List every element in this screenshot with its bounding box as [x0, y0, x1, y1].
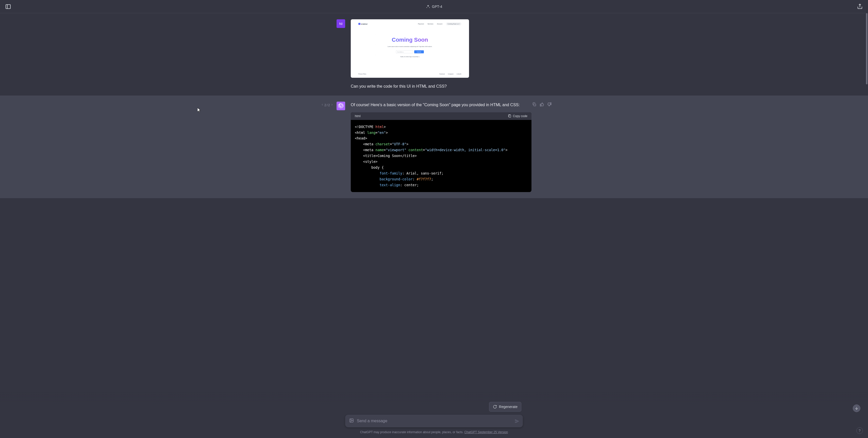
nav-current: 2	[324, 103, 326, 107]
thumbs-down-icon[interactable]	[547, 102, 552, 108]
svg-point-5	[350, 419, 351, 420]
response-nav-counter: 2 / 2	[321, 103, 334, 107]
code-body[interactable]: <!DOCTYPE html> <html lang="en"> <head> …	[351, 120, 531, 192]
disclaimer-text: ChatGPT may produce inaccurate informati…	[360, 430, 508, 434]
message-actions	[532, 102, 552, 108]
assistant-avatar	[337, 101, 345, 110]
copy-code-button[interactable]: Copy code	[508, 114, 527, 118]
assistant-intro-text: Of course! Here's a basic version of the…	[351, 101, 531, 108]
help-button[interactable]: ?	[856, 427, 863, 434]
chat-scroll-area[interactable]: NI erakiui Payment Services Account Comi…	[0, 13, 868, 438]
preview-notify-btn: Notify Me	[414, 50, 424, 53]
svg-rect-0	[6, 5, 10, 9]
svg-rect-3	[509, 115, 510, 117]
code-block: html Copy code <!DOCTYPE html> <html lan…	[351, 112, 531, 192]
preview-social: Instagram	[448, 73, 454, 75]
preview-privacy: Privacy Policy	[359, 73, 366, 75]
model-indicator: GPT-4	[426, 4, 442, 9]
preview-social: LinkedIn	[457, 73, 461, 75]
message-input-container[interactable]	[345, 415, 523, 427]
user-question-text: Can you write the code for this UI in HT…	[351, 83, 531, 89]
regenerate-button[interactable]: Regenerate	[489, 402, 521, 412]
uploaded-image-preview[interactable]: erakiui Payment Services Account Coming …	[351, 19, 469, 78]
bottom-input-area: Regenerate ChatGPT may produce inaccurat…	[0, 392, 868, 438]
preview-nav-item: Services	[427, 23, 433, 25]
preview-pill: Coming Soon on	[446, 22, 461, 25]
message-input[interactable]	[357, 419, 511, 423]
svg-rect-2	[534, 104, 536, 106]
preview-hero-sub: Lorem ipsum dolor sit amet consectetur a…	[351, 46, 469, 47]
version-link[interactable]: ChatGPT September 25 Version	[464, 430, 508, 434]
preview-email-input: Email Address	[396, 50, 413, 53]
preview-logo: erakiui	[359, 23, 368, 25]
sidebar-toggle-icon[interactable]	[5, 4, 11, 10]
user-avatar: NI	[337, 19, 345, 28]
send-icon[interactable]	[514, 418, 519, 424]
scrollbar-thumb[interactable]	[866, 13, 867, 84]
nav-sep: /	[327, 103, 328, 107]
preview-social: Facebook	[439, 73, 445, 75]
copy-code-label: Copy code	[513, 114, 527, 118]
thumbs-up-icon[interactable]	[539, 102, 544, 108]
nav-total: 2	[328, 103, 330, 107]
scroll-to-bottom-button[interactable]	[853, 405, 860, 412]
assistant-message-row: 2 / 2 Of course! Here's a basic version …	[0, 95, 868, 198]
app-header: GPT-4	[0, 0, 868, 13]
code-lang-label: html	[355, 114, 361, 118]
sparkle-icon	[426, 4, 430, 9]
preview-note: Notify me when App is launched :)	[351, 56, 469, 57]
user-message-row: NI erakiui Payment Services Account Comi…	[0, 13, 868, 95]
preview-nav-item: Account	[437, 23, 442, 25]
copy-icon[interactable]	[532, 102, 536, 108]
scrollbar-track[interactable]	[865, 13, 867, 438]
attach-image-icon[interactable]	[349, 418, 354, 424]
prev-response-icon[interactable]	[321, 103, 324, 107]
preview-hero-title: Coming Soon	[351, 37, 469, 43]
regenerate-label: Regenerate	[499, 405, 518, 409]
share-icon[interactable]	[857, 4, 863, 10]
next-response-icon[interactable]	[331, 103, 334, 107]
code-header: html Copy code	[351, 112, 531, 120]
model-name: GPT-4	[432, 5, 442, 9]
preview-nav-item: Payment	[418, 23, 424, 25]
